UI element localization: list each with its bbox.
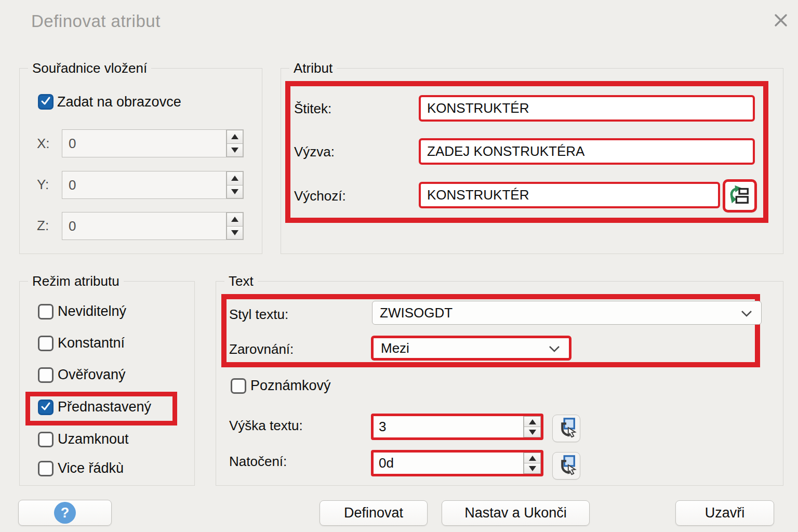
pick-on-screen-icon [555,417,577,441]
specify-on-screen-checkbox[interactable] [38,94,54,110]
arrow-up-icon [231,217,238,222]
z-spin-buttons [226,212,243,240]
tag-label: Štitek: [294,101,331,117]
z-value: 0 [62,212,226,240]
group-label-coordinates: Souřadnice vložení [28,60,151,76]
close-dialog-button[interactable]: Uzavři [675,500,774,526]
arrow-down-icon [231,148,238,153]
insert-field-button[interactable] [723,179,757,212]
prompt-input[interactable]: ZADEJ KONSTRUKTÉRA [419,138,755,165]
insert-field-icon [729,184,751,208]
arrow-up-icon [231,134,238,139]
verify-label: Ověřovaný [58,367,126,383]
close-icon [772,11,790,32]
text-style-value: ZWISOGDT [380,305,453,321]
z-spin-up-button[interactable] [227,212,243,227]
y-spin-buttons [226,171,243,198]
arrow-down-icon [231,230,238,235]
x-value: 0 [62,130,226,157]
group-label-attribute-mode: Režim atributu [28,273,124,289]
justification-dropdown[interactable]: Mezi [371,336,571,361]
justification-value: Mezi [381,340,409,356]
arrow-up-icon [529,419,536,424]
check-icon [39,400,52,415]
verify-checkbox[interactable] [38,367,54,383]
help-button[interactable]: ? [18,500,112,526]
arrow-down-icon [529,430,536,435]
rotation-up-button[interactable] [524,453,541,463]
arrow-down-icon [231,189,238,194]
rotation-label: Natočení: [229,454,287,470]
annotative-label: Poznámkový [250,378,331,394]
tag-input[interactable]: KONSTRUKTÉR [419,95,755,122]
text-height-down-button[interactable] [524,427,541,437]
pick-rotation-button[interactable] [552,452,580,480]
constant-checkbox[interactable] [38,336,54,351]
group-attribute-mode: Režim atributu Neviditelný Konstantní Ov… [19,281,195,486]
z-spin-down-button[interactable] [227,227,243,240]
preset-checkbox[interactable] [38,400,54,415]
rotation-spinner[interactable]: 0d [371,450,543,476]
default-input[interactable]: KONSTRUKTÉR [419,182,720,208]
y-spin-down-button[interactable] [227,185,243,199]
rotation-spin-buttons [523,453,541,474]
text-style-label: Styl textu: [229,307,288,323]
group-label-text: Text [224,273,258,289]
pick-on-screen-icon [555,454,577,478]
text-height-label: Výška textu: [229,418,303,434]
define-button[interactable]: Definovat [320,500,428,526]
constant-label: Konstantní [58,335,125,351]
help-icon: ? [54,502,76,524]
close-button[interactable] [770,10,792,32]
text-height-spinner[interactable]: 3 [371,414,543,440]
default-label: Výchozí: [294,188,346,204]
page-title: Definovat atribut [31,11,161,31]
multiline-label: Vice řádkù [58,460,124,476]
multiline-checkbox[interactable] [38,461,54,476]
group-insertion-coordinates: Souřadnice vložení Zadat na obrazovce X:… [19,68,262,254]
x-spinner[interactable]: 0 [62,129,244,157]
arrow-down-icon [529,466,536,471]
set-and-exit-button[interactable]: Nastav a Ukonči [442,500,590,526]
preset-label: Přednastavený [58,399,151,415]
text-height-up-button[interactable] [524,416,541,427]
group-label-attribute: Atribut [289,60,337,76]
y-value: 0 [62,171,226,198]
arrow-up-icon [231,176,238,181]
specify-on-screen-label: Zadat na obrazovce [57,94,181,110]
arrow-up-icon [529,456,536,461]
rotation-value: 0d [374,453,523,474]
text-style-dropdown[interactable]: ZWISOGDT [372,301,762,325]
annotative-checkbox[interactable] [231,378,246,394]
lock-label: Uzamknout [58,431,129,447]
help-glyph: ? [61,505,70,521]
y-spinner[interactable]: 0 [62,171,244,199]
rotation-down-button[interactable] [524,463,541,474]
prompt-label: Výzva: [294,144,335,160]
text-height-spin-buttons [523,416,541,437]
z-spinner[interactable]: 0 [62,212,244,240]
check-icon [39,95,52,109]
chevron-down-icon [548,340,561,356]
group-attribute: Atribut Štitek: KONSTRUKTÉR Výzva: ZADEJ… [281,68,783,254]
y-label: Y: [37,177,49,193]
lock-checkbox[interactable] [38,432,54,447]
y-spin-up-button[interactable] [227,171,243,185]
chevron-down-icon [740,305,753,321]
justification-label: Zarovnání: [229,341,294,357]
x-spin-up-button[interactable] [227,130,243,144]
x-spin-down-button[interactable] [227,144,243,157]
pick-height-button[interactable] [552,415,580,442]
z-label: Z: [37,218,49,234]
invisible-label: Neviditelný [58,303,126,320]
group-text: Text Styl textu: ZWISOGDT Zarovnání: Mez… [216,281,783,486]
text-height-value: 3 [374,416,523,437]
x-label: X: [37,136,50,152]
invisible-checkbox[interactable] [38,304,54,320]
x-spin-buttons [226,130,243,157]
